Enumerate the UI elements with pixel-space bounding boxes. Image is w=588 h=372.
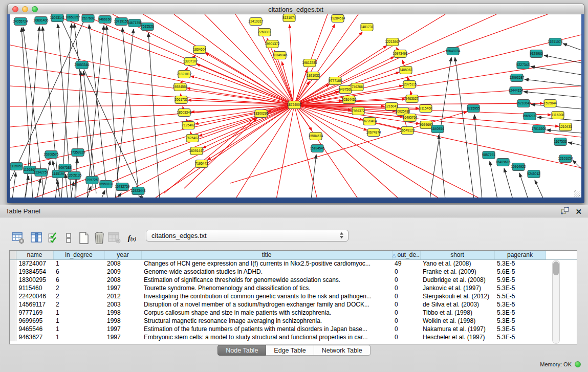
window-resize-grip-icon[interactable] — [574, 190, 580, 196]
graph-node[interactable]: 1640954 — [431, 125, 444, 133]
graph-edge[interactable] — [294, 35, 581, 105]
delete-table-button[interactable] — [91, 230, 107, 246]
tab-network-table[interactable]: Network Table — [314, 345, 371, 356]
graph-edge[interactable] — [89, 25, 107, 198]
graph-node[interactable]: 1834604 — [193, 46, 206, 54]
window-titlebar[interactable]: citations_edges.txt — [7, 4, 584, 14]
table-row[interactable]: 2242004622012Investigating the contribut… — [10, 292, 577, 300]
graph-node[interactable]: 19284514 — [331, 15, 345, 23]
graph-node[interactable]: 18300295 — [254, 110, 269, 118]
graph-node[interactable]: 12213967 — [385, 38, 400, 46]
graph-edge[interactable] — [294, 14, 496, 105]
graph-node[interactable]: 9097588 — [58, 164, 72, 172]
graph-edge[interactable] — [563, 43, 581, 50]
graph-node[interactable]: 18603342 — [177, 109, 192, 117]
graph-edge[interactable] — [258, 28, 294, 105]
graph-edge[interactable] — [113, 14, 294, 105]
tab-edge-table[interactable]: Edge Table — [266, 345, 314, 356]
graph-node[interactable]: 1116208 — [552, 112, 564, 119]
graph-node[interactable]: 7195443 — [195, 160, 208, 168]
table-select-dropdown[interactable]: citations_edges.txt — [146, 230, 349, 242]
graph-edge[interactable] — [10, 105, 294, 147]
graph-node[interactable]: 15584574 — [309, 133, 323, 140]
graph-node[interactable]: 20364436 — [342, 96, 357, 104]
graph-node[interactable]: 1595844 — [543, 100, 557, 107]
graph-node[interactable]: 24055724 — [13, 18, 28, 26]
graph-edge[interactable] — [191, 76, 294, 105]
table-row[interactable]: 1938455462009Genome-wide association stu… — [10, 268, 577, 276]
graph-node[interactable]: 13807107 — [183, 58, 198, 65]
column-header-short[interactable]: short — [420, 251, 494, 259]
graph-edge[interactable] — [294, 32, 362, 105]
graph-node[interactable]: 15184545 — [310, 145, 325, 152]
graph-edge[interactable] — [101, 190, 105, 198]
graph-node[interactable]: 17359929 — [71, 149, 85, 157]
graph-node[interactable]: 6497568 — [339, 86, 352, 94]
graph-node[interactable]: 7986372 — [352, 107, 365, 115]
graph-edge[interactable] — [294, 105, 399, 198]
graph-node[interactable]: 15692931 — [522, 113, 537, 120]
column-header-pagerank[interactable]: pagerank — [494, 251, 546, 259]
graph-edge[interactable] — [294, 103, 543, 105]
graph-node[interactable]: 19384554 — [173, 83, 188, 91]
graph-edge[interactable] — [42, 161, 50, 198]
graph-node[interactable]: 8466160 — [98, 16, 112, 24]
graph-node[interactable]: 1135051 — [10, 163, 23, 170]
graph-edge[interactable] — [10, 65, 294, 105]
column-header-title[interactable]: title — [141, 251, 392, 259]
graph-edge[interactable] — [106, 26, 119, 191]
graph-edge[interactable] — [10, 45, 294, 105]
graph-edge[interactable] — [524, 92, 581, 97]
table-row[interactable]: 946362711997Embryonic stem cells: a mode… — [10, 333, 577, 341]
table-settings-button[interactable] — [10, 230, 27, 246]
graph-node[interactable]: 9463627 — [405, 95, 419, 103]
close-panel-icon[interactable]: ✕ — [575, 208, 582, 216]
scrollbar-thumb[interactable] — [553, 261, 559, 275]
graph-node[interactable]: 16093141 — [50, 14, 65, 22]
graph-node[interactable]: 10674874 — [366, 129, 381, 137]
graph-edge[interactable] — [25, 176, 29, 198]
graph-edge[interactable] — [568, 142, 581, 145]
graph-node[interactable]: 2061731 — [175, 96, 188, 104]
table-row[interactable]: 1830029562008Estimation of significance … — [10, 276, 577, 284]
table-row[interactable]: 1872400712008Changes of HCN gene express… — [10, 259, 577, 268]
graph-node[interactable]: 19901372 — [265, 40, 280, 48]
graph-edge[interactable] — [164, 117, 256, 193]
graph-node[interactable]: 18724007 — [287, 101, 302, 109]
graph-node[interactable]: 16782759 — [115, 183, 130, 191]
graph-edge[interactable] — [148, 33, 160, 198]
graph-node[interactable]: 16091447 — [189, 147, 204, 155]
column-header-name[interactable]: name — [16, 251, 53, 259]
graph-node[interactable]: 16495764 — [403, 114, 418, 122]
graph-node[interactable]: 19613785 — [302, 59, 317, 67]
graph-node[interactable]: 1210435 — [559, 123, 572, 131]
graph-node[interactable]: 2260381 — [258, 29, 271, 36]
graph-node[interactable]: 12444154 — [509, 87, 524, 95]
graph-node[interactable]: 7485063 — [399, 67, 412, 74]
graph-edge[interactable] — [294, 86, 581, 105]
graph-node[interactable]: 1527602 — [81, 15, 95, 23]
graph-edge[interactable] — [519, 173, 528, 198]
graph-edge[interactable] — [83, 71, 96, 193]
graph-edge[interactable] — [205, 14, 294, 105]
graph-edge[interactable] — [290, 25, 294, 105]
graph-node[interactable]: 10719155 — [114, 18, 129, 26]
graph-edge[interactable] — [490, 161, 497, 198]
graph-edge[interactable] — [474, 115, 482, 198]
column-header-in-degree[interactable]: in_degree — [53, 251, 104, 259]
row-height-button[interactable] — [60, 230, 77, 246]
graph-node[interactable]: 17957253 — [85, 177, 100, 184]
graph-node[interactable]: 22410317 — [249, 18, 264, 26]
graph-edge[interactable] — [525, 79, 581, 86]
graph-node[interactable]: 7515526 — [141, 23, 154, 31]
table-row[interactable]: 946554611997Estimation of the future num… — [10, 325, 577, 333]
graph-node[interactable]: 12101654 — [558, 155, 573, 163]
selection-mode-button[interactable] — [45, 230, 61, 246]
graph-node[interactable]: 15751074 — [548, 38, 563, 46]
table-row[interactable]: 911546021997Tourette syndrome. Phenomeno… — [10, 284, 577, 292]
graph-node[interactable]: 13505135 — [67, 172, 82, 180]
create-table-button[interactable] — [76, 230, 92, 246]
graph-node[interactable]: 16720404 — [362, 118, 377, 125]
graph-node[interactable]: 9777169 — [329, 77, 342, 85]
column-header-out-degree[interactable]: △out_de... — [392, 251, 420, 259]
